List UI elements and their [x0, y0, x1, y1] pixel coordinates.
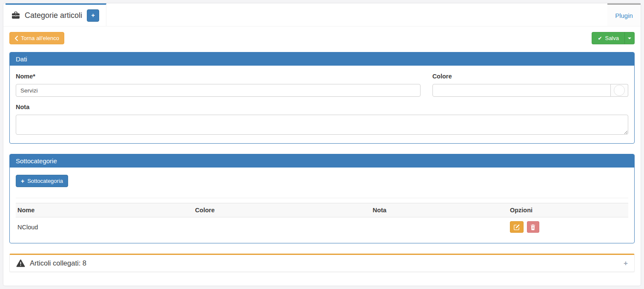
briefcase-icon: [11, 12, 20, 19]
save-button-label: Salva: [605, 35, 619, 41]
colore-label: Colore: [432, 73, 628, 80]
color-swatch-circle-icon: [614, 85, 625, 96]
articoli-collegati-panel[interactable]: Articoli collegati: 8 +: [9, 254, 635, 272]
column-header-nota: Nota: [371, 203, 508, 217]
back-button-label: Torna all'elenco: [21, 35, 59, 41]
column-header-colore: Colore: [193, 203, 371, 217]
color-picker-addon[interactable]: [611, 84, 628, 97]
back-to-list-button[interactable]: Torna all'elenco: [9, 32, 64, 44]
cell-nota: [371, 217, 508, 237]
check-icon: ✔: [598, 36, 602, 41]
tab-bar: Categorie articoli + Plugin: [3, 3, 641, 26]
delete-row-button[interactable]: [527, 221, 539, 233]
sottocategorie-panel: Sottocategorie + Sottocategoria Nome Col…: [9, 154, 635, 243]
add-sottocategoria-button[interactable]: + Sottocategoria: [16, 175, 68, 187]
plus-icon: +: [91, 12, 94, 18]
cell-nome: NCloud: [16, 217, 193, 237]
column-header-nome: Nome: [16, 203, 193, 217]
main-content-card: Categorie articoli + Plugin Torna all'el…: [3, 3, 641, 286]
edit-pencil-icon: [514, 224, 520, 230]
table-row: NCloud: [16, 217, 628, 237]
save-button[interactable]: ✔ Salva: [592, 32, 624, 44]
divider: [16, 198, 628, 198]
expand-plus-icon[interactable]: +: [624, 260, 628, 267]
chevron-left-icon: [14, 36, 18, 41]
edit-row-button[interactable]: [510, 221, 524, 233]
dati-panel: Dati Nome* Colore Nota: [9, 52, 635, 144]
warning-triangle-icon: [16, 259, 25, 267]
tab-plugin[interactable]: Plugin: [607, 3, 641, 26]
nota-textarea[interactable]: [16, 115, 628, 135]
nome-input[interactable]: [16, 84, 421, 97]
dati-panel-title: Dati: [10, 52, 634, 66]
colore-input[interactable]: [432, 84, 611, 97]
nota-label: Nota: [16, 104, 628, 110]
action-toolbar: Torna all'elenco ✔ Salva: [3, 26, 641, 52]
sottocategorie-panel-body: + Sottocategoria Nome Colore Nota Opzion…: [10, 168, 634, 243]
nota-field-group: Nota: [16, 104, 628, 136]
add-sottocategoria-label: Sottocategoria: [27, 178, 63, 184]
sottocategorie-table: Nome Colore Nota Opzioni NCloud: [16, 203, 628, 236]
nome-label: Nome*: [16, 73, 421, 80]
table-header-row: Nome Colore Nota Opzioni: [16, 203, 628, 217]
plus-icon: +: [21, 178, 24, 184]
trash-icon: [530, 224, 535, 230]
save-button-group: ✔ Salva: [592, 32, 635, 44]
add-record-button[interactable]: +: [87, 9, 99, 22]
save-dropdown-button[interactable]: [624, 32, 635, 44]
cell-opzioni: [508, 217, 628, 237]
articoli-collegati-label: Articoli collegati: 8: [30, 259, 86, 267]
dati-panel-body: Nome* Colore Nota: [10, 66, 634, 143]
colore-field-group: Colore: [432, 73, 628, 97]
column-header-opzioni: Opzioni: [508, 203, 628, 217]
tab-categorie-articoli[interactable]: Categorie articoli +: [6, 3, 106, 26]
caret-down-icon: [628, 38, 631, 39]
nome-field-group: Nome*: [16, 73, 421, 97]
cell-colore: [193, 217, 371, 237]
tab-label: Categorie articoli: [25, 11, 82, 20]
sottocategorie-panel-title: Sottocategorie: [10, 154, 634, 168]
plugin-link[interactable]: Plugin: [615, 12, 633, 19]
